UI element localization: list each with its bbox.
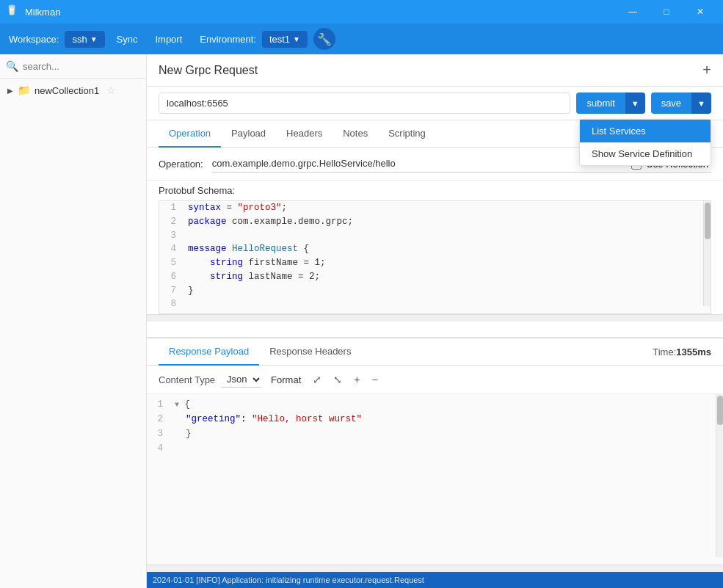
minimize-button[interactable]: — [616, 0, 650, 23]
import-button[interactable]: Import [149, 31, 188, 48]
code-row: 7 } [159, 284, 711, 298]
env-arrow: ▼ [293, 35, 300, 43]
search-input[interactable] [23, 61, 146, 72]
environment-label: Environment: [200, 34, 256, 45]
response-line: 2 "greeting": "Hello, horst wurst" [147, 412, 723, 427]
show-service-definition-item[interactable]: Show Service Definition [580, 142, 711, 165]
response-line: 4 [147, 441, 723, 456]
app-logo: 🥛 [6, 4, 21, 19]
expand-icon-button[interactable]: ⤢ [310, 372, 324, 387]
content-area: New Grpc Request + submit ▼ save ▼ List … [147, 54, 723, 588]
title-bar: 🥛 Milkman — □ ✕ [0, 0, 723, 23]
sidebar: 🔍 ↺ ▶ 📁 newCollection1 ☆ [0, 54, 147, 588]
code-row: 3 [159, 229, 711, 243]
save-button[interactable]: save [651, 92, 691, 114]
code-hscrollbar[interactable] [147, 314, 723, 322]
protobuf-editor-container: 1 syntax = "proto3"; 2 package com.examp… [147, 200, 723, 337]
app-title: Milkman [25, 7, 616, 18]
workspace-arrow: ▼ [90, 35, 98, 43]
workspace-button[interactable]: ssh ▼ [65, 31, 104, 48]
request-title: New Grpc Request [159, 64, 702, 77]
close-button[interactable]: ✕ [683, 0, 717, 23]
tab-notes[interactable]: Notes [333, 120, 378, 148]
settings-button[interactable]: 🔧 [313, 28, 335, 50]
submit-button-group: submit ▼ [576, 92, 644, 114]
add-request-button[interactable]: + [702, 62, 711, 79]
content-type-bar: Content Type Json XML Text Format ⤢ ⤡ + … [147, 366, 723, 394]
status-bar: 2024-01-01 [INFO] Application: initializ… [147, 572, 723, 588]
submit-button[interactable]: submit [576, 92, 625, 114]
toolbar: Workspace: ssh ▼ Sync Import Environment… [0, 23, 723, 54]
protobuf-schema-label: Protobuf Schema: [147, 181, 723, 200]
response-hscrollbar[interactable] [147, 565, 723, 572]
code-row: 8 [159, 297, 711, 311]
code-row: 4 message HelloRequest { [159, 242, 711, 256]
submit-dropdown-button[interactable]: ▼ [625, 92, 645, 114]
sync-button[interactable]: Sync [111, 31, 144, 48]
url-input[interactable] [159, 92, 570, 114]
request-header: New Grpc Request + [147, 54, 723, 87]
code-row: 6 string lastName = 2; [159, 270, 711, 284]
content-type-label: Content Type [159, 374, 215, 385]
operation-label: Operation: [159, 159, 203, 170]
collection-item[interactable]: ▶ 📁 newCollection1 ☆ [0, 79, 146, 102]
collection-arrow-icon: ▶ [7, 87, 13, 95]
response-vscrollbar-thumb [717, 396, 723, 425]
code-row: 5 string firstName = 1; [159, 256, 711, 270]
workspace-value: ssh [72, 34, 87, 45]
save-dropdown-button[interactable]: ▼ [691, 92, 711, 114]
response-time-label: Time:1355ms [653, 346, 711, 357]
code-row: 1 syntax = "proto3"; [159, 201, 711, 215]
content-type-select[interactable]: Json XML Text [221, 371, 262, 388]
folder-icon: 📁 [18, 84, 30, 96]
maximize-button[interactable]: □ [650, 0, 683, 23]
search-bar: 🔍 ↺ [0, 54, 146, 79]
response-vscrollbar[interactable] [716, 394, 723, 557]
code-row: 2 package com.example.demo.grpc; [159, 215, 711, 229]
tab-response-headers[interactable]: Response Headers [259, 338, 361, 366]
fullscreen-icon-button[interactable]: ⤡ [330, 372, 345, 387]
environment-value: test1 [269, 34, 290, 45]
search-icon: 🔍 [6, 60, 18, 72]
response-section: Response Payload Response Headers Time:1… [147, 337, 723, 572]
code-vscrollbar[interactable] [703, 201, 711, 306]
status-text: 2024-01-01 [INFO] Application: initializ… [153, 576, 424, 584]
tab-scripting[interactable]: Scripting [378, 120, 436, 148]
tab-payload[interactable]: Payload [221, 120, 276, 148]
tab-response-payload[interactable]: Response Payload [159, 338, 259, 366]
response-line: 1 ▼ { [147, 397, 723, 412]
list-services-item[interactable]: List Services [580, 120, 711, 142]
collection-star-icon[interactable]: ☆ [106, 84, 116, 96]
environment-button[interactable]: test1 ▼ [262, 31, 308, 48]
workspace-label: Workspace: [9, 34, 59, 45]
window-controls: — □ ✕ [616, 0, 717, 23]
code-row: 9 message HelloResponse { [159, 311, 711, 314]
main-layout: 🔍 ↺ ▶ 📁 newCollection1 ☆ New Grpc Reques… [0, 54, 723, 588]
tab-headers[interactable]: Headers [276, 120, 333, 148]
format-button[interactable]: Format [268, 373, 304, 387]
save-button-group: save ▼ List Services Show Service Defini… [651, 92, 711, 114]
collection-name: newCollection1 [34, 85, 99, 96]
code-table: 1 syntax = "proto3"; 2 package com.examp… [159, 201, 711, 314]
protobuf-code-area[interactable]: 1 syntax = "proto3"; 2 package com.examp… [159, 200, 711, 314]
remove-icon-button[interactable]: − [368, 372, 380, 387]
response-tabs: Response Payload Response Headers Time:1… [147, 338, 723, 366]
response-code-area[interactable]: 1 ▼ { 2 "greeting": "Hello, horst wurst"… [147, 394, 723, 565]
code-vscrollbar-thumb [705, 203, 711, 239]
url-bar: submit ▼ save ▼ List Services Show Servi… [147, 87, 723, 120]
response-line: 3 } [147, 427, 723, 441]
add-icon-button[interactable]: + [351, 372, 363, 387]
save-dropdown-menu: List Services Show Service Definition [579, 119, 711, 166]
tab-operation[interactable]: Operation [159, 120, 221, 148]
